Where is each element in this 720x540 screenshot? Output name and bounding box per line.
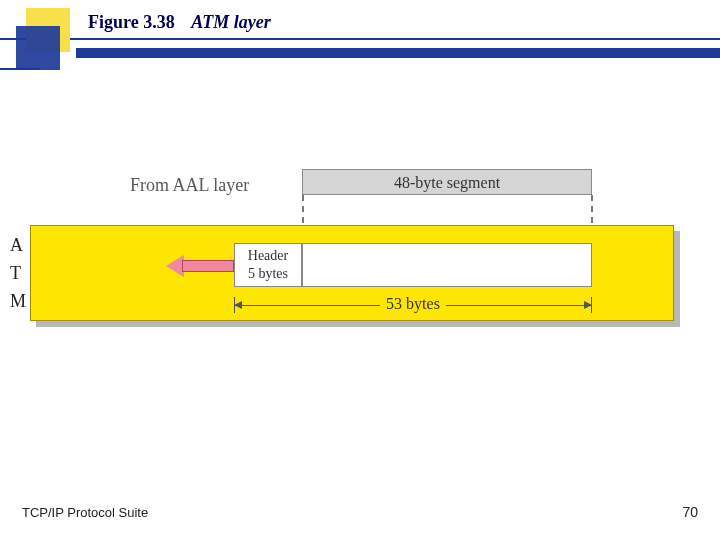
cell-length-dimension: 53 bytes bbox=[234, 297, 592, 315]
output-arrow bbox=[166, 255, 234, 277]
from-aal-label: From AAL layer bbox=[130, 175, 249, 196]
atm-layer-diagram: From AAL layer 48-byte segment A T M Hea… bbox=[10, 175, 710, 375]
footer-source: TCP/IP Protocol Suite bbox=[22, 505, 148, 520]
segment-label: 48-byte segment bbox=[394, 174, 500, 191]
page-number: 70 bbox=[682, 504, 698, 520]
figure-subtitle: ATM layer bbox=[191, 12, 271, 32]
figure-number: Figure 3.38 bbox=[88, 12, 175, 32]
atm-letter-m: M bbox=[10, 291, 26, 312]
atm-header-box: Header 5 bytes bbox=[234, 243, 302, 287]
header-label-line1: Header bbox=[235, 247, 301, 265]
cell-length-label: 53 bytes bbox=[380, 295, 446, 312]
atm-payload-box bbox=[302, 243, 592, 287]
atm-letter-a: A bbox=[10, 235, 23, 256]
atm-letter-t: T bbox=[10, 263, 21, 284]
segment-box: 48-byte segment bbox=[302, 169, 592, 195]
figure-title: Figure 3.38 ATM layer bbox=[88, 12, 271, 33]
header-label-line2: 5 bytes bbox=[235, 265, 301, 283]
